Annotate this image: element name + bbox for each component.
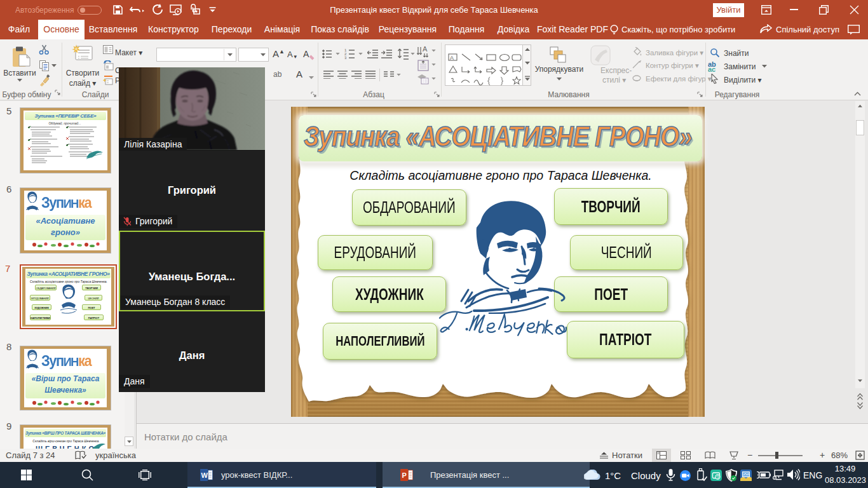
svg-text:А: А: [303, 49, 309, 59]
svg-text:3: 3: [344, 56, 347, 60]
svg-text:W: W: [201, 471, 208, 479]
svg-text:P: P: [402, 471, 407, 479]
svg-text:A: A: [450, 55, 454, 61]
svg-text:А: А: [423, 46, 428, 53]
